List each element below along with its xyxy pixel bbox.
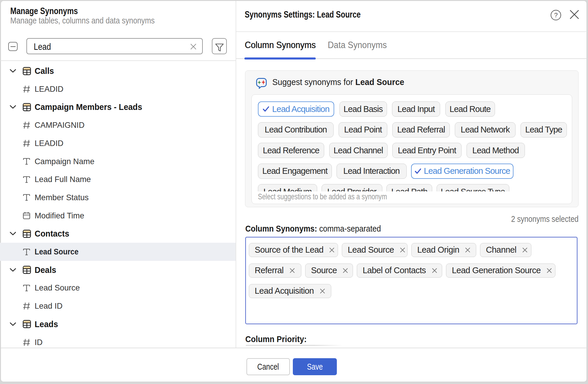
svg-text:?: ? <box>554 11 557 19</box>
